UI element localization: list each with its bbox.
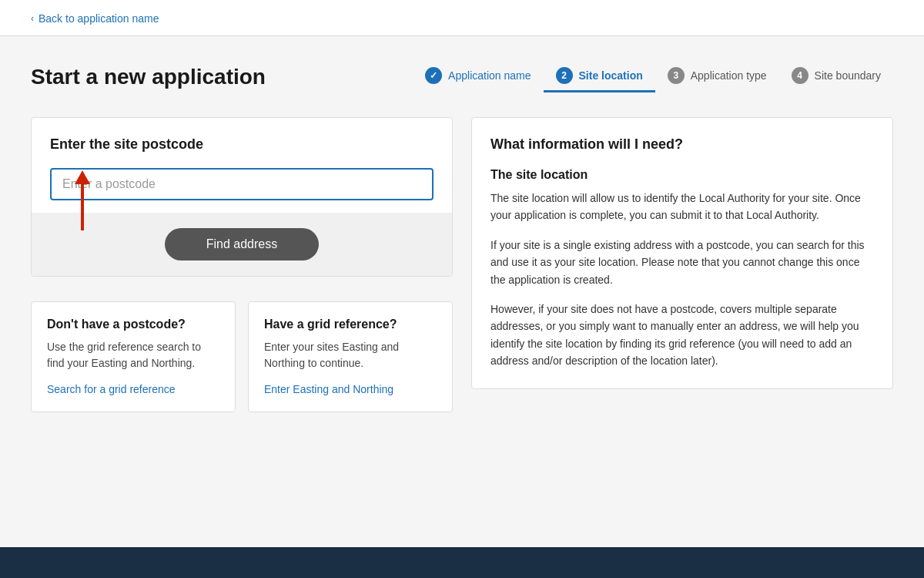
step-2-number: 2	[556, 67, 573, 84]
step-application-type[interactable]: 3 Application type	[655, 61, 779, 92]
page-header: Start a new application ✓ Application na…	[31, 61, 893, 92]
postcode-inner: Enter the site postcode	[32, 118, 452, 213]
grid-ref-card: Have a grid reference? Enter your sites …	[248, 301, 453, 412]
info-paragraph-2: If your site is a single existing addres…	[490, 237, 874, 288]
back-link[interactable]: ‹ Back to application name	[31, 12, 159, 25]
find-address-button[interactable]: Find address	[165, 228, 319, 260]
step-2-label: Site location	[579, 69, 643, 82]
no-postcode-description: Use the grid reference search to find yo…	[47, 339, 219, 371]
bottom-cards: Don't have a postcode? Use the grid refe…	[31, 301, 453, 412]
info-section-title: The site location	[490, 168, 874, 182]
info-card-title: What information will I need?	[490, 136, 874, 153]
step-3-label: Application type	[691, 69, 767, 82]
postcode-card: Enter the site postcode Find address	[31, 117, 453, 277]
easting-northing-link[interactable]: Enter Easting and Northing	[264, 383, 393, 395]
stepper: ✓ Application name 2 Site location 3 App…	[413, 61, 893, 92]
grid-reference-search-link[interactable]: Search for a grid reference	[47, 383, 176, 395]
step-site-location[interactable]: 2 Site location	[544, 61, 655, 92]
no-postcode-card: Don't have a postcode? Use the grid refe…	[31, 301, 236, 412]
find-address-area: Find address	[32, 213, 452, 276]
back-link-label: Back to application name	[38, 12, 159, 25]
step-site-boundary[interactable]: 4 Site boundary	[779, 61, 893, 92]
left-column: Enter the site postcode Find address Don…	[31, 117, 453, 412]
page-title: Start a new application	[31, 65, 266, 89]
info-paragraph-3: However, if your site does not have a po…	[490, 301, 874, 370]
content-grid: Enter the site postcode Find address Don…	[31, 117, 893, 412]
step-application-name[interactable]: ✓ Application name	[413, 61, 543, 92]
chevron-left-icon: ‹	[31, 13, 34, 24]
step-1-label: Application name	[448, 69, 531, 82]
step-1-number: ✓	[425, 67, 442, 84]
postcode-input[interactable]	[50, 168, 434, 200]
footer	[0, 547, 924, 578]
info-card: What information will I need? The site l…	[471, 117, 893, 389]
info-paragraph-1: The site location will allow us to ident…	[490, 190, 874, 224]
grid-ref-description: Enter your sites Easting and Northing to…	[264, 339, 437, 371]
postcode-card-title: Enter the site postcode	[50, 136, 434, 153]
step-3-number: 3	[668, 67, 685, 84]
grid-ref-title: Have a grid reference?	[264, 318, 437, 331]
step-4-label: Site boundary	[815, 69, 881, 82]
main-content: Start a new application ✓ Application na…	[0, 36, 924, 547]
top-nav: ‹ Back to application name	[0, 0, 924, 36]
step-4-number: 4	[792, 67, 808, 84]
no-postcode-title: Don't have a postcode?	[47, 318, 219, 331]
